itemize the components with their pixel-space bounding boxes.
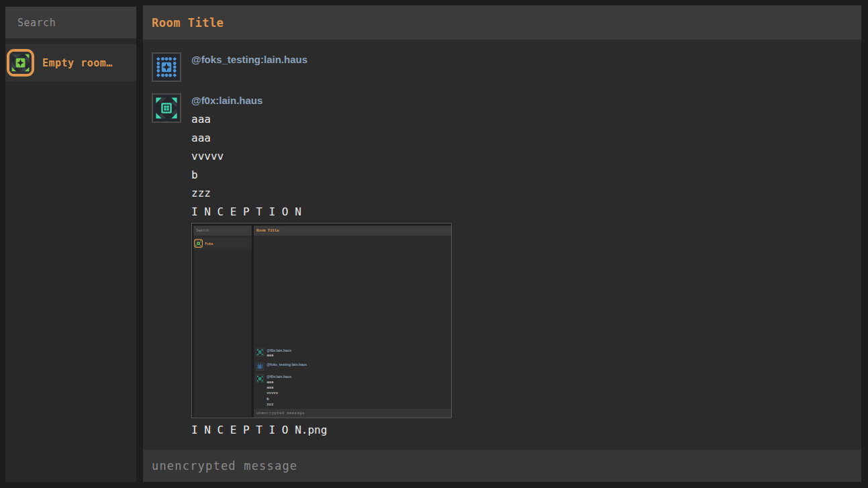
mini-composer-input: unencrypted message (254, 409, 452, 418)
message-body: @f0x:lain.haus aaa aaa vvvvv b zzz I N C… (191, 93, 452, 439)
mini-message: @f0x:lain.haus aaa aaa vvvvv b zzz (256, 375, 452, 407)
mini-chat-panel: Room Title @f0x:lain.haus aaa (254, 226, 452, 418)
room-title: Room Title (152, 16, 224, 30)
mini-room-name: Foks (205, 242, 213, 246)
message-sender: @foks_testing:lain.haus (191, 52, 307, 66)
mini-blue-identicon-icon (256, 362, 264, 371)
mini-message: @foks_testing:lain.haus (256, 362, 452, 371)
mini-message-line: aaa (267, 385, 291, 390)
message-line: aaa (191, 110, 452, 129)
mini-green-identicon-icon (194, 239, 203, 248)
message-timeline: @foks_testing:lain.haus @f0x:lain.haus a… (143, 40, 861, 450)
message-line: I N C E P T I O N (191, 203, 452, 222)
message-line: zzz (191, 184, 452, 203)
chat-panel: Room Title @foks_testing:lain.haus @f0x:… (143, 5, 861, 482)
message-line: aaa (191, 129, 452, 148)
mini-message-line: vvvvv (267, 390, 291, 395)
mini-message-line: zzz (267, 401, 291, 407)
mini-message-sender: @foks_testing:lain.haus (267, 362, 307, 367)
message-line: vvvvv (191, 147, 452, 166)
room-header: Room Title (143, 5, 861, 40)
mini-message-line: b (267, 396, 291, 401)
mini-teal-identicon-icon (256, 375, 264, 383)
mini-message: @f0x:lain.haus aaa (256, 348, 452, 358)
room-list-item[interactable]: Empty room… (5, 44, 136, 81)
mini-message-line: aaa (267, 352, 291, 358)
mini-sidebar: Search Foks (193, 226, 251, 417)
composer-input[interactable] (143, 450, 861, 482)
composer (143, 450, 861, 482)
message-body: @foks_testing:lain.haus (191, 52, 307, 82)
sidebar: Empty room… (5, 7, 136, 482)
room-name: Empty room… (42, 57, 113, 69)
message: @foks_testing:lain.haus (152, 52, 853, 82)
message-text: aaa aaa vvvvv b zzz I N C E P T I O N (191, 110, 452, 221)
mini-search-input: Search (193, 226, 251, 236)
mini-room-list-item: Foks (193, 238, 251, 250)
mini-room-title: Room Title (254, 226, 452, 236)
search-input[interactable] (5, 7, 136, 38)
message-sender: @f0x:lain.haus (191, 93, 452, 107)
teal-identicon-icon[interactable] (152, 93, 181, 123)
mini-message-line: aaa (267, 379, 291, 385)
embedded-screenshot: Search Foks Room Title (192, 224, 452, 418)
blue-identicon-icon[interactable] (152, 52, 181, 82)
attachment-filename: I N C E P T I O N.png (191, 421, 452, 439)
mini-message-timeline: @f0x:lain.haus aaa @foks_test (254, 344, 452, 409)
image-attachment[interactable]: Search Foks Room Title (191, 223, 452, 418)
message: @f0x:lain.haus aaa aaa vvvvv b zzz I N C… (152, 93, 853, 439)
mini-teal-identicon-icon (256, 348, 264, 356)
message-line: b (191, 166, 452, 185)
green-identicon-icon (7, 49, 34, 77)
